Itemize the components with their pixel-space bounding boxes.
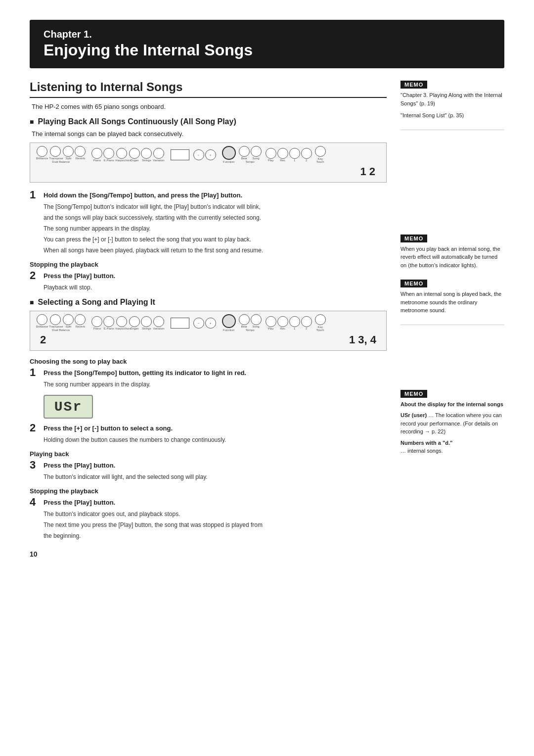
ch1-btn xyxy=(289,148,300,159)
song-tempo-btn xyxy=(251,146,262,157)
step-desc-1b: and the songs will play back successivel… xyxy=(44,213,387,222)
function-big-btn-2 xyxy=(222,314,236,328)
main-layout: Listening to Internal Songs The HP-2 com… xyxy=(30,80,504,558)
rec-btn xyxy=(277,148,288,159)
memo-box-2: MEMO When you play back an internal song… xyxy=(400,234,504,270)
piano-btn xyxy=(91,148,102,159)
step-desc-1e: When all songs have been played, playbac… xyxy=(44,246,387,255)
step-number-1b: 1 xyxy=(30,367,39,378)
step-desc-4b: The next time you press the [Play] butto… xyxy=(44,520,387,529)
step-header-2: 2 Press the [Play] button. xyxy=(30,270,387,281)
variation-btn xyxy=(153,148,164,159)
stopping-label-2: Stopping the playback xyxy=(30,487,387,495)
memo-text-1a: "Chapter 3. Playing Along with the Inter… xyxy=(400,91,504,107)
chapter-title: Enjoying the Internal Songs xyxy=(44,41,490,59)
transpose-btn xyxy=(50,146,61,157)
left-column: Listening to Internal Songs The HP-2 com… xyxy=(30,80,387,558)
step-block-1: 1 Hold down the [Song/Tempo] button, and… xyxy=(30,189,387,255)
plus-btn: + xyxy=(205,149,216,160)
playing-back-label: Playing back xyxy=(30,450,387,458)
step-block-4: 4 Press the [Play] button. The button's … xyxy=(30,497,387,540)
split-btn xyxy=(63,146,74,157)
subsection-body-1: The internal songs can be played back co… xyxy=(32,130,387,138)
step-instruction-1: Hold down the [Song/Tempo] button, and p… xyxy=(44,189,387,199)
organ-btn xyxy=(129,148,140,159)
stopping-label-1: Stopping the playback xyxy=(30,261,387,268)
display-box-usr: USr xyxy=(44,395,93,419)
piano-buttons-row-2: Brilliance Transpose Split xyxy=(36,314,380,331)
step-instruction-4: Press the [Play] button. xyxy=(44,497,387,506)
memo-text-4b: Numbers with a "d." xyxy=(400,439,504,447)
memo-box-1: MEMO "Chapter 3. Playing Along with the … xyxy=(400,80,504,120)
page: Chapter 1. Enjoying the Internal Songs L… xyxy=(0,0,534,756)
step-desc-3: The button's indicator will light, and t… xyxy=(44,472,387,481)
minus-btn: − xyxy=(193,149,204,160)
step-block-2: 2 Press the [Play] button. Playback will… xyxy=(30,270,387,292)
ch2-btn xyxy=(301,148,312,159)
brilliance-btn xyxy=(37,146,47,157)
section-title: Listening to Internal Songs xyxy=(30,80,387,98)
step-desc-4a: The button's indicator goes out, and pla… xyxy=(44,510,387,519)
piano-display-1 xyxy=(171,149,189,160)
subsection-title-1: Playing Back All Songs Continuously (All… xyxy=(30,117,387,126)
step-header-2b: 2 Press the [+] or [-] button to select … xyxy=(30,423,387,433)
memo-badge-1: MEMO xyxy=(400,81,427,89)
divider-1 xyxy=(400,130,504,130)
memo-box-3: MEMO When an internal song is played bac… xyxy=(400,279,504,315)
choosing-label: Choosing the song to play back xyxy=(30,358,387,365)
chapter-label: Chapter 1. xyxy=(44,29,490,40)
step-desc-1d: You can press the [+] or [-] button to s… xyxy=(44,235,387,244)
step-header-1: 1 Hold down the [Song/Tempo] button, and… xyxy=(30,189,387,200)
page-number: 10 xyxy=(30,550,387,558)
step-block-1b: 1 Press the [Song/Tempo] button, getting… xyxy=(30,367,387,389)
piano-display-2 xyxy=(171,318,189,329)
play-btn-1 xyxy=(266,148,276,159)
memo-text-2: When you play back an internal song, the… xyxy=(400,245,504,270)
step-desc-1b-body: The song number appears in the display. xyxy=(44,380,387,389)
strings-btn xyxy=(141,148,152,159)
memo-box-4: MEMO About the display for the internal … xyxy=(400,389,504,455)
step-instruction-2b: Press the [+] or [-] button to select a … xyxy=(44,423,387,432)
step-desc-2b: Holding down the button causes the numbe… xyxy=(44,435,387,444)
step-number-3: 3 xyxy=(30,460,39,471)
diagram-numbers-2: 2 1 3, 4 xyxy=(36,333,380,346)
step-desc-2: Playback will stop. xyxy=(44,283,387,292)
memo-badge-2: MEMO xyxy=(400,235,427,242)
memo-badge-4: MEMO xyxy=(400,390,427,398)
step-instruction-1b: Press the [Song/Tempo] button, getting i… xyxy=(44,367,387,377)
step-instruction-2: Press the [Play] button. xyxy=(44,270,387,280)
step-header-1b: 1 Press the [Song/Tempo] button, getting… xyxy=(30,367,387,378)
memo-text-4b-body: … internal songs. xyxy=(400,447,504,455)
piano-diagram-2: Brilliance Transpose Split xyxy=(30,311,387,351)
step-desc-4c: the beginning. xyxy=(44,531,387,540)
step-header-4: 4 Press the [Play] button. xyxy=(30,497,387,508)
beat-btn xyxy=(239,146,250,157)
step-block-2b: 2 Press the [+] or [-] button to select … xyxy=(30,423,387,444)
divider-2 xyxy=(400,325,504,325)
memo-text-4-title: About the display for the internal songs xyxy=(400,400,504,409)
memo-text-1b: "Internal Song List" (p. 35) xyxy=(400,111,504,120)
chapter-header: Chapter 1. Enjoying the Internal Songs xyxy=(30,20,504,68)
step-desc-1a: The [Song/Tempo] button's indicator will… xyxy=(44,202,387,211)
step-desc-1c: The song number appears in the display. xyxy=(44,224,387,233)
subsection-title-2: Selecting a Song and Playing It xyxy=(30,298,387,307)
harpsichord-btn xyxy=(116,148,127,159)
memo-text-3: When an internal song is played back, th… xyxy=(400,290,504,315)
key-touch-btn xyxy=(315,146,326,157)
piano-buttons-row-1: Brilliance Transpose Split xyxy=(36,146,380,163)
function-big-btn xyxy=(222,146,236,160)
step-number-1: 1 xyxy=(30,189,39,200)
step-number-2: 2 xyxy=(30,270,39,281)
step-instruction-3: Press the [Play] button. xyxy=(44,460,387,469)
memo-badge-3: MEMO xyxy=(400,280,427,287)
right-column: MEMO "Chapter 3. Playing Along with the … xyxy=(400,80,504,558)
intro-text: The HP-2 comes with 65 piano songs onboa… xyxy=(32,103,387,110)
step-number-2b: 2 xyxy=(30,423,39,433)
piano-diagram-1: Brilliance Transpose Split xyxy=(30,142,387,183)
diagram-numbers-1: 1 2 xyxy=(36,165,380,178)
epiano-btn xyxy=(103,148,114,159)
step-block-3: 3 Press the [Play] button. The button's … xyxy=(30,460,387,481)
reverb-btn xyxy=(75,146,86,157)
step-number-4: 4 xyxy=(30,497,39,508)
step-header-3: 3 Press the [Play] button. xyxy=(30,460,387,471)
